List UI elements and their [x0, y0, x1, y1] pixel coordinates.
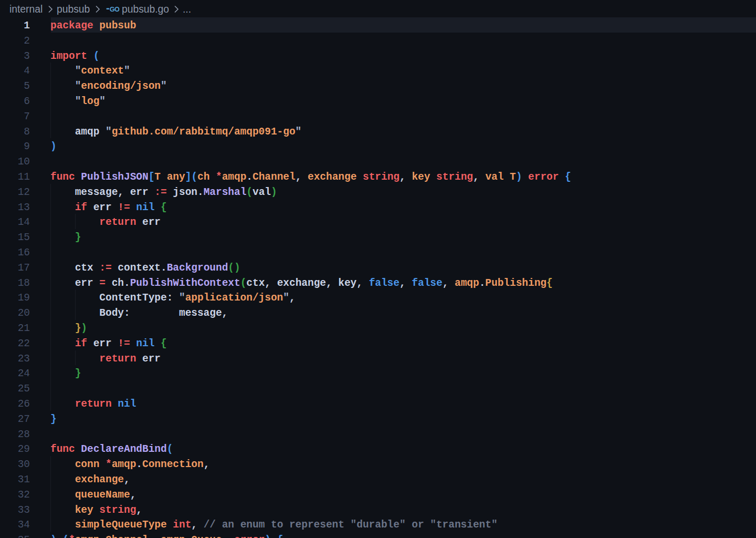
svg-text:GO: GO	[110, 6, 120, 13]
